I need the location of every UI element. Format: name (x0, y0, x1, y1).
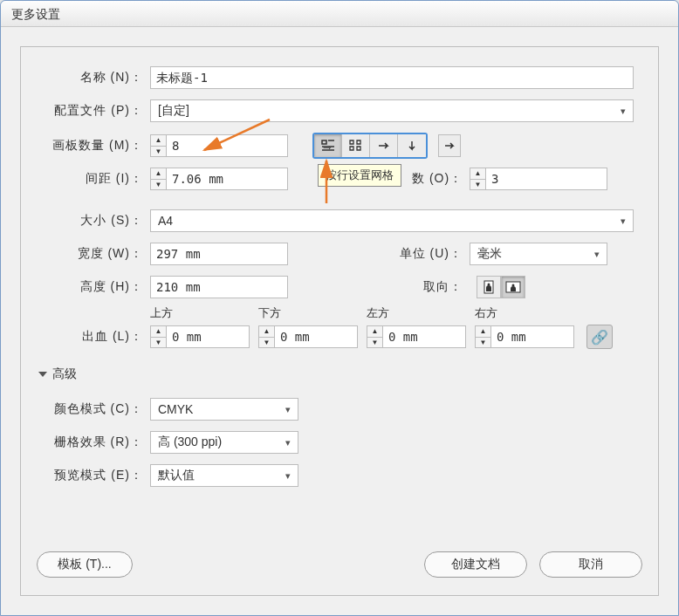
name-input[interactable]: 未标题-1 (150, 66, 634, 89)
raster-select[interactable]: 高 (300 ppi) ▾ (150, 431, 298, 454)
stepper-buttons[interactable]: ▲▼ (475, 325, 490, 348)
label-top: 上方 (150, 305, 258, 321)
landscape-button[interactable] (501, 276, 525, 298)
label-bottom: 下方 (258, 305, 367, 321)
label-units: 单位 (U)： (393, 246, 470, 262)
landscape-icon (505, 281, 521, 293)
arrange-down-icon[interactable] (398, 134, 426, 157)
width-input[interactable]: 297 mm (150, 243, 288, 265)
artboards-stepper[interactable]: ▲▼ 8 (150, 134, 288, 157)
label-profile: 配置文件 (P)： (21, 103, 150, 119)
chevron-down-icon: ▾ (621, 216, 626, 227)
label-raster: 栅格效果 (R)： (21, 435, 150, 450)
collapse-triangle-icon[interactable] (38, 372, 47, 377)
link-icon: 🔗 (591, 329, 608, 346)
chevron-down-icon: ▾ (285, 437, 291, 448)
spacing-input[interactable]: 7.06 mm (166, 168, 288, 190)
stepper-buttons[interactable]: ▲▼ (150, 134, 166, 157)
preview-value: 默认值 (158, 468, 195, 483)
arrange-right-icon[interactable] (370, 134, 398, 157)
stepper-buttons[interactable]: ▲▼ (150, 325, 166, 348)
window-title: 更多设置 (1, 1, 678, 27)
label-size: 大小 (S)： (21, 213, 150, 229)
stepper-buttons[interactable]: ▲▼ (150, 168, 166, 190)
raster-value: 高 (300 ppi) (158, 435, 222, 450)
height-input[interactable]: 210 mm (150, 276, 288, 298)
chevron-down-icon: ▾ (285, 470, 291, 482)
label-bleed: 出血 (L)： (21, 329, 150, 345)
bleed-top-input[interactable]: 0 mm (166, 325, 250, 348)
size-value: A4 (158, 214, 173, 228)
profile-select[interactable]: [自定] ▾ (150, 99, 634, 122)
label-spacing: 间距 (I)： (21, 171, 150, 187)
label-width: 宽度 (W)： (21, 246, 150, 262)
bleed-left-input[interactable]: 0 mm (382, 325, 466, 348)
direction-button[interactable] (438, 134, 461, 157)
label-preview: 预览模式 (E)： (21, 468, 150, 483)
columns-stepper[interactable]: ▲▼ 3 (470, 168, 607, 190)
stepper-buttons[interactable]: ▲▼ (367, 325, 382, 348)
preview-select[interactable]: 默认值 ▾ (150, 464, 298, 487)
stepper-buttons[interactable]: ▲▼ (258, 325, 274, 348)
label-name: 名称 (N)： (21, 70, 150, 86)
templates-button[interactable]: 模板 (T)... (37, 551, 133, 578)
columns-input[interactable]: 3 (485, 168, 607, 190)
create-button[interactable]: 创建文档 (424, 551, 527, 578)
label-artboards: 画板数量 (M)： (21, 138, 150, 154)
spacing-stepper[interactable]: ▲▼ 7.06 mm (150, 168, 288, 190)
grid-row-icon[interactable] (314, 134, 342, 157)
grid-col-icon[interactable] (342, 134, 370, 157)
label-height: 高度 (H)： (21, 279, 150, 295)
colormode-value: CMYK (158, 402, 193, 416)
bleed-bottom-stepper[interactable]: ▲▼ 0 mm (258, 325, 358, 348)
link-bleed-button[interactable]: 🔗 (586, 325, 613, 349)
artboards-input[interactable]: 8 (166, 134, 288, 157)
tooltip-grid-by-row: 按行设置网格 (318, 164, 401, 187)
cancel-button[interactable]: 取消 (539, 551, 642, 578)
portrait-icon (484, 280, 494, 294)
units-value: 毫米 (477, 246, 502, 262)
label-right: 右方 (475, 305, 583, 321)
label-colormode: 颜色模式 (C)： (21, 401, 150, 417)
label-columns: 数 (O)： (412, 171, 470, 187)
portrait-button[interactable] (477, 276, 501, 298)
size-select[interactable]: A4 ▾ (150, 209, 634, 232)
bleed-right-stepper[interactable]: ▲▼ 0 mm (475, 325, 574, 348)
advanced-label: 高级 (52, 366, 77, 382)
bleed-bottom-input[interactable]: 0 mm (274, 325, 358, 348)
chevron-down-icon: ▾ (621, 106, 626, 117)
colormode-select[interactable]: CMYK ▾ (150, 398, 298, 421)
bleed-right-input[interactable]: 0 mm (490, 325, 574, 348)
label-orientation: 取向： (419, 279, 470, 295)
bleed-top-stepper[interactable]: ▲▼ 0 mm (150, 325, 250, 348)
profile-value: [自定] (158, 103, 189, 119)
bleed-left-stepper[interactable]: ▲▼ 0 mm (367, 325, 466, 348)
label-left: 左方 (367, 305, 475, 321)
artboard-arrangement-group (312, 133, 428, 159)
chevron-down-icon: ▾ (285, 404, 291, 415)
chevron-down-icon: ▾ (594, 249, 600, 260)
stepper-buttons[interactable]: ▲▼ (470, 168, 485, 190)
units-select[interactable]: 毫米 ▾ (470, 243, 607, 265)
